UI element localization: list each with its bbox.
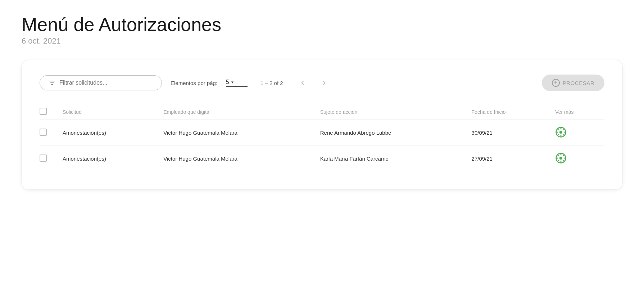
header-sujeto: Sujeto de acción	[314, 104, 466, 120]
header-checkbox-col	[40, 104, 57, 120]
row-empleado-0: Victor Hugo Guatemala Melara	[158, 120, 314, 146]
svg-line-12	[558, 129, 559, 130]
svg-line-20	[558, 160, 559, 162]
page-date: 6 oct. 2021	[22, 36, 622, 46]
process-button-label: PROCESAR	[563, 80, 594, 86]
view-detail-icon-1[interactable]	[555, 152, 567, 164]
view-detail-icon-0[interactable]	[555, 126, 567, 138]
row-solicitud-0: Amonestación(es)	[57, 120, 158, 146]
row-checkbox-cell	[40, 120, 57, 146]
row-solicitud-1: Amonestación(es)	[57, 146, 158, 172]
toolbar: Elementos por pág: 5 ▼ 1 – 2 of 2 + PROC…	[40, 75, 604, 91]
table-row: Amonestación(es) Victor Hugo Guatemala M…	[40, 120, 604, 146]
row-sujeto-0: Rene Armando Abrego Labbe	[314, 120, 466, 146]
main-card: Elementos por pág: 5 ▼ 1 – 2 of 2 + PROC…	[22, 60, 622, 189]
header-ver-mas: Ver más	[549, 104, 604, 120]
per-page-select[interactable]: 5 ▼	[226, 79, 248, 87]
filter-icon	[49, 79, 56, 86]
table-header-row: Solicitud Empleado que digita Sujeto de …	[40, 104, 604, 120]
svg-line-9	[563, 129, 564, 130]
header-solicitud: Solicitud	[57, 104, 158, 120]
svg-point-4	[559, 131, 562, 134]
svg-line-10	[558, 134, 559, 136]
select-all-checkbox[interactable]	[40, 108, 47, 115]
process-icon: +	[552, 79, 560, 87]
page-title: Menú de Autorizaciones	[22, 14, 622, 35]
dropdown-arrow-icon: ▼	[231, 80, 234, 84]
row-fecha-1: 27/09/21	[466, 146, 550, 172]
row-ver-mas-0[interactable]	[549, 120, 604, 146]
row-empleado-1: Victor Hugo Guatemala Melara	[158, 146, 314, 172]
svg-line-21	[563, 160, 564, 162]
per-page-value: 5	[226, 79, 229, 85]
table-row: Amonestación(es) Victor Hugo Guatemala M…	[40, 146, 604, 172]
row-checkbox-cell	[40, 146, 57, 172]
row-checkbox-1[interactable]	[40, 155, 47, 162]
page-info: 1 – 2 of 2	[260, 80, 283, 86]
header-empleado: Empleado que digita	[158, 104, 314, 120]
header-fecha: Fecha de Inicio	[466, 104, 550, 120]
next-page-button[interactable]	[318, 78, 331, 88]
elements-per-page-label: Elementos por pág:	[171, 80, 217, 86]
row-fecha-0: 30/09/21	[466, 120, 550, 146]
row-checkbox-0[interactable]	[40, 129, 47, 136]
row-ver-mas-1[interactable]	[549, 146, 604, 172]
process-button[interactable]: + PROCESAR	[542, 75, 604, 91]
filter-input[interactable]	[59, 80, 153, 86]
filter-input-wrapper[interactable]	[40, 75, 162, 90]
svg-line-19	[563, 155, 564, 156]
svg-line-22	[558, 155, 559, 156]
row-sujeto-1: Karla María Farfán Cárcamo	[314, 146, 466, 172]
svg-point-14	[559, 157, 562, 160]
requests-table: Solicitud Empleado que digita Sujeto de …	[40, 104, 604, 171]
prev-page-button[interactable]	[296, 78, 309, 88]
svg-line-11	[563, 134, 564, 136]
